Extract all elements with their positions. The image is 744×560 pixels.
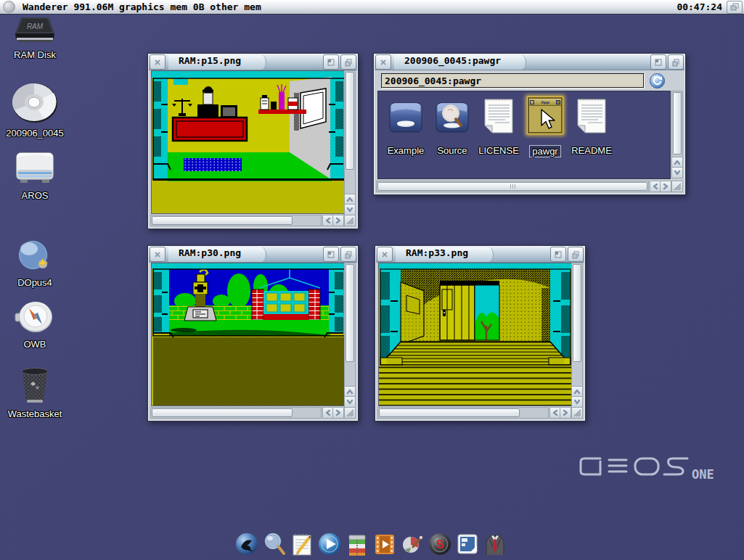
dock-icon-s-utility[interactable]: S xyxy=(427,530,453,558)
path-input[interactable] xyxy=(381,73,644,88)
dock-icon-search[interactable] xyxy=(261,530,287,558)
zoom-button[interactable] xyxy=(550,247,566,262)
file-icon-license[interactable]: LICENSE xyxy=(475,97,522,156)
text-file-icon xyxy=(483,99,514,133)
desktop-icon-label: 200906_0045 xyxy=(6,128,64,139)
dock-icon-aros-app[interactable] xyxy=(234,530,260,558)
file-icon-source[interactable]: Source xyxy=(429,97,475,156)
filmstrip-play-icon xyxy=(372,531,397,557)
titlebar[interactable]: RAM:p15.png xyxy=(149,54,357,70)
vertical-scrollbar[interactable] xyxy=(671,91,683,158)
horizontal-scroll-knob[interactable] xyxy=(377,182,647,191)
desktop-icon-cd[interactable]: 200906_0045 xyxy=(0,83,70,139)
horizontal-scrollbar[interactable] xyxy=(377,407,549,419)
desktop-icon-dopus4[interactable]: DOpus4 xyxy=(0,239,70,288)
arrow-down-icon xyxy=(346,398,353,405)
dock-icon-text-editor[interactable] xyxy=(289,530,315,558)
arrow-right-icon xyxy=(562,409,569,416)
resize-handle[interactable] xyxy=(671,181,683,192)
zoom-button[interactable] xyxy=(323,54,339,70)
arrow-left-icon xyxy=(324,409,332,416)
vertical-scrollbar[interactable] xyxy=(344,70,356,195)
desktop-icon-owb[interactable]: OWB xyxy=(0,301,70,350)
file-icon-example[interactable]: Example xyxy=(383,97,429,156)
scroll-right-button[interactable] xyxy=(660,181,671,192)
dock-icon-video-player[interactable] xyxy=(372,530,398,558)
horizontal-scrollbar[interactable] xyxy=(150,215,322,226)
vertical-scroll-knob[interactable] xyxy=(346,72,354,170)
desktop-icon-label: DOpus4 xyxy=(17,277,52,288)
file-label: Source xyxy=(437,145,467,156)
zoom-icon xyxy=(327,250,335,259)
dock: S xyxy=(234,530,508,558)
dock-icon-screen-prefs[interactable] xyxy=(454,530,481,558)
menubar: Wanderer 991.06M graphics mem 0B other m… xyxy=(0,0,744,15)
window-title: RAM:p33.png xyxy=(396,247,494,262)
window-title: 200906_0045:pawgr xyxy=(394,55,526,70)
horizontal-scroll-knob[interactable] xyxy=(152,408,293,417)
arrow-down-icon xyxy=(573,398,581,405)
arrow-down-icon xyxy=(346,206,353,213)
file-icon-readme[interactable]: README xyxy=(568,97,615,156)
image-canvas-p33 xyxy=(378,263,573,406)
resize-icon xyxy=(673,182,682,191)
horizontal-scrollbar[interactable] xyxy=(376,181,649,192)
close-button[interactable] xyxy=(377,247,393,262)
zoom-button[interactable] xyxy=(323,247,339,262)
dock-icon-archiver[interactable] xyxy=(344,530,370,558)
desktop-icon-wastebasket[interactable]: Wastebasket xyxy=(0,365,70,419)
vertical-scroll-knob[interactable] xyxy=(573,264,581,362)
resize-handle[interactable] xyxy=(571,407,583,419)
close-button[interactable] xyxy=(375,54,391,70)
depth-icon xyxy=(571,250,580,259)
depth-button[interactable] xyxy=(668,54,684,70)
vertical-scroll-knob[interactable] xyxy=(673,92,682,155)
arrow-down-icon xyxy=(674,169,681,176)
notepad-pencil-icon xyxy=(290,531,314,557)
close-icon xyxy=(379,58,388,67)
scroll-right-button[interactable] xyxy=(332,407,344,419)
zoom-button[interactable] xyxy=(650,54,666,70)
desktop-icon-ram-disk[interactable]: RAM RAM Disk xyxy=(0,16,70,60)
desktop-icon-aros-drive[interactable]: AROS xyxy=(0,151,70,201)
titlebar[interactable]: RAM:p30.png xyxy=(149,247,357,263)
scroll-down-button[interactable] xyxy=(671,167,683,178)
dock-icon-business-app[interactable] xyxy=(482,530,508,558)
dock-icon-image-editor[interactable] xyxy=(399,530,425,558)
resize-handle[interactable] xyxy=(344,215,356,226)
horizontal-scroll-knob[interactable] xyxy=(379,408,520,417)
zoom-icon xyxy=(654,58,663,67)
titlebar[interactable]: 200906_0045:pawgr xyxy=(375,54,684,70)
titlebar[interactable]: RAM:p33.png xyxy=(376,247,584,263)
depth-button[interactable] xyxy=(340,247,356,262)
dock-icon-media-player[interactable] xyxy=(316,530,343,558)
arrow-left-icon xyxy=(652,183,659,190)
pointer-arrow-icon xyxy=(540,109,556,131)
vertical-scroll-knob[interactable] xyxy=(346,264,354,362)
arrow-up-icon xyxy=(346,388,353,395)
scroll-down-button[interactable] xyxy=(344,396,356,408)
depth-button[interactable] xyxy=(568,247,584,262)
reload-button[interactable] xyxy=(650,73,665,88)
depth-button[interactable] xyxy=(340,54,356,70)
resize-handle[interactable] xyxy=(344,407,356,419)
close-button[interactable] xyxy=(150,54,165,70)
close-icon xyxy=(153,250,162,259)
zoom-icon xyxy=(327,58,335,67)
close-button[interactable] xyxy=(150,247,165,262)
arrow-left-icon xyxy=(552,409,559,416)
window-p30: RAM:p30.png xyxy=(147,245,359,421)
horizontal-scroll-knob[interactable] xyxy=(152,216,293,225)
desktop-icon-label: AROS xyxy=(22,190,49,201)
archive-stack-icon xyxy=(345,531,369,557)
vertical-scrollbar[interactable] xyxy=(571,263,583,387)
screen-depth-button[interactable] xyxy=(727,1,743,14)
scroll-down-button[interactable] xyxy=(344,204,356,215)
horizontal-scrollbar[interactable] xyxy=(150,407,322,419)
scroll-right-button[interactable] xyxy=(560,407,571,419)
scroll-right-button[interactable] xyxy=(332,215,344,226)
window-pawgr: 200906_0045:pawgr xyxy=(373,53,686,195)
vertical-scrollbar[interactable] xyxy=(344,263,356,387)
spectrum-scene-gateway xyxy=(379,263,572,405)
scroll-down-button[interactable] xyxy=(571,396,583,408)
